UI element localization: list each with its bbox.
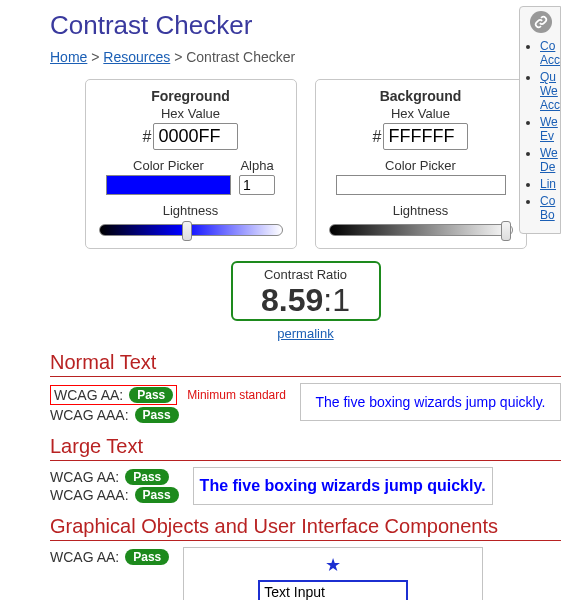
side-link[interactable]: Acc bbox=[540, 98, 560, 112]
fg-lightness-thumb[interactable] bbox=[182, 221, 192, 241]
side-link[interactable]: We bbox=[540, 115, 558, 129]
side-link[interactable]: Co bbox=[540, 39, 555, 53]
normal-aa-label: WCAG AA: bbox=[54, 387, 123, 403]
fg-alpha-input[interactable] bbox=[239, 175, 275, 195]
bg-lightness-slider[interactable] bbox=[329, 224, 513, 236]
fg-picker-label: Color Picker bbox=[133, 158, 204, 173]
normal-text-sample: The five boxing wizards jump quickly. bbox=[315, 394, 545, 410]
ui-sample-input[interactable] bbox=[258, 580, 408, 600]
breadcrumb-resources[interactable]: Resources bbox=[103, 49, 170, 65]
fg-lightness-label: Lightness bbox=[98, 203, 284, 218]
side-link[interactable]: Lin bbox=[540, 177, 556, 191]
fg-alpha-label: Alpha bbox=[240, 158, 273, 173]
side-link[interactable]: We bbox=[540, 84, 558, 98]
contrast-ratio-label: Contrast Ratio bbox=[239, 267, 373, 282]
side-link[interactable]: Ev bbox=[540, 129, 554, 143]
minimum-standard-note: Minimum standard bbox=[187, 388, 286, 402]
background-panel: Background Hex Value # Color Picker Ligh… bbox=[315, 79, 527, 249]
hash-symbol: # bbox=[373, 128, 382, 146]
breadcrumb-home[interactable]: Home bbox=[50, 49, 87, 65]
breadcrumb-current: Contrast Checker bbox=[186, 49, 295, 65]
ui-components-heading: Graphical Objects and User Interface Com… bbox=[50, 515, 561, 541]
bg-lightness-label: Lightness bbox=[328, 203, 514, 218]
link-icon bbox=[530, 11, 552, 33]
large-aaa-badge: Pass bbox=[135, 487, 179, 503]
fg-hex-label: Hex Value bbox=[98, 106, 284, 121]
fg-color-swatch[interactable] bbox=[106, 175, 231, 195]
breadcrumb-sep: > bbox=[91, 49, 99, 65]
related-links-panel: CoAcc QuWeAcc WeEv WeDe Lin CoBo bbox=[519, 6, 561, 234]
side-link[interactable]: Co bbox=[540, 194, 555, 208]
contrast-ratio-value: 8.59 bbox=[261, 282, 323, 318]
contrast-ratio-box: Contrast Ratio 8.59:1 bbox=[231, 261, 381, 321]
side-link[interactable]: De bbox=[540, 160, 555, 174]
ui-sample-box: ★ bbox=[183, 547, 483, 600]
breadcrumb: Home > Resources > Contrast Checker bbox=[50, 49, 561, 65]
normal-text-sample-box: The five boxing wizards jump quickly. bbox=[300, 383, 561, 421]
ui-aa-label: WCAG AA: bbox=[50, 549, 119, 565]
side-link[interactable]: We bbox=[540, 146, 558, 160]
color-panels: Foreground Hex Value # Color Picker Alph… bbox=[50, 79, 561, 249]
large-aa-badge: Pass bbox=[125, 469, 169, 485]
bg-lightness-thumb[interactable] bbox=[501, 221, 511, 241]
ui-aa-badge: Pass bbox=[125, 549, 169, 565]
normal-aa-badge: Pass bbox=[129, 387, 173, 403]
large-text-sample-box: The five boxing wizards jump quickly. bbox=[193, 467, 493, 505]
large-aa-label: WCAG AA: bbox=[50, 469, 119, 485]
large-text-heading: Large Text bbox=[50, 435, 561, 461]
contrast-ratio-suffix: :1 bbox=[323, 282, 350, 318]
breadcrumb-sep: > bbox=[174, 49, 182, 65]
bg-hex-label: Hex Value bbox=[328, 106, 514, 121]
permalink-link[interactable]: permalink bbox=[277, 326, 333, 341]
bg-picker-label: Color Picker bbox=[385, 158, 456, 173]
fg-lightness-slider[interactable] bbox=[99, 224, 283, 236]
bg-color-swatch[interactable] bbox=[336, 175, 506, 195]
side-link[interactable]: Qu bbox=[540, 70, 556, 84]
bg-hex-input[interactable] bbox=[383, 123, 468, 150]
fg-hex-input[interactable] bbox=[153, 123, 238, 150]
large-text-sample: The five boxing wizards jump quickly. bbox=[200, 477, 486, 495]
foreground-title: Foreground bbox=[98, 88, 284, 104]
page-title: Contrast Checker bbox=[50, 10, 561, 41]
star-icon: ★ bbox=[325, 554, 341, 576]
large-aaa-label: WCAG AAA: bbox=[50, 487, 129, 503]
background-title: Background bbox=[328, 88, 514, 104]
foreground-panel: Foreground Hex Value # Color Picker Alph… bbox=[85, 79, 297, 249]
normal-aaa-label: WCAG AAA: bbox=[50, 407, 129, 423]
hash-symbol: # bbox=[143, 128, 152, 146]
side-link[interactable]: Bo bbox=[540, 208, 555, 222]
normal-aa-highlight: WCAG AA: Pass bbox=[50, 385, 177, 405]
normal-aaa-badge: Pass bbox=[135, 407, 179, 423]
normal-text-heading: Normal Text bbox=[50, 351, 561, 377]
side-link[interactable]: Acc bbox=[540, 53, 560, 67]
